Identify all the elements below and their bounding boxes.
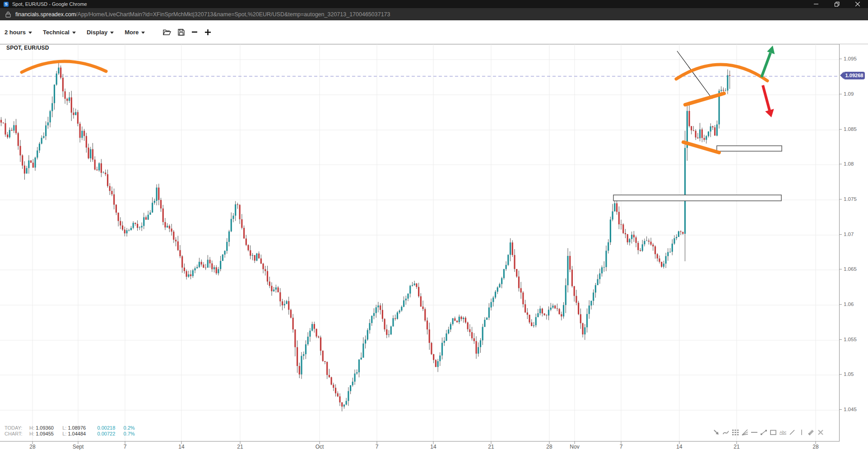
price-axis: 1.09268 1.0951.091.0851.081.0751.071.065…: [840, 44, 868, 454]
annotation-arc-right[interactable]: [676, 65, 767, 81]
candle-down: [465, 318, 466, 323]
marker-tool-icon[interactable]: [806, 428, 816, 437]
candle-up: [228, 232, 230, 242]
candle-up: [401, 307, 402, 310]
candle-down: [578, 303, 579, 314]
candle-down: [181, 256, 183, 268]
candle-down: [542, 309, 543, 314]
annotation-up-arrow[interactable]: [761, 53, 771, 77]
candle-down: [122, 226, 123, 230]
candle-down: [292, 318, 294, 329]
chart-canvas[interactable]: SPOT, EUR/USD 28Sept71421Oct7142128Nov71…: [0, 44, 840, 454]
candle-up: [348, 391, 349, 401]
chevron-down-icon: [28, 32, 32, 34]
zoom-out-icon[interactable]: [191, 29, 198, 35]
candle-down: [203, 264, 204, 268]
candle-up: [665, 256, 667, 264]
candle-up: [708, 131, 709, 136]
candle-up: [207, 260, 209, 268]
candle-up: [644, 241, 645, 245]
candle-up: [535, 317, 537, 325]
candle-up: [309, 331, 311, 337]
curve-tool-icon[interactable]: [721, 428, 730, 437]
candle-up: [484, 320, 485, 327]
annotation-down-arrow[interactable]: [763, 85, 770, 111]
timeframe-dropdown[interactable]: 2 hours: [5, 29, 32, 36]
fan-lines-tool-icon[interactable]: [740, 428, 749, 437]
current-price-badge: 1.09268: [844, 72, 865, 79]
close-tool-icon[interactable]: [816, 428, 825, 437]
address-bar[interactable]: financials.spreadex.com/App/Home/LiveCha…: [0, 8, 868, 20]
candle-down: [260, 259, 262, 264]
candle-up: [373, 313, 375, 316]
y-axis-label: 1.05: [840, 371, 854, 377]
grid-tool-icon[interactable]: [730, 428, 740, 437]
rectangle-tool-icon[interactable]: [768, 428, 778, 437]
candle-up: [603, 267, 605, 268]
candle-down: [84, 131, 85, 136]
candle-down: [456, 321, 458, 322]
candle-down: [209, 260, 210, 264]
candle-up: [199, 262, 200, 267]
zoom-in-icon[interactable]: [204, 29, 211, 36]
candlestick-chart[interactable]: [0, 44, 840, 448]
candle-down: [633, 235, 635, 237]
x-axis-label: 28: [546, 444, 552, 450]
candle-up: [214, 267, 215, 269]
candle-down: [3, 123, 4, 123]
text-abc-tool-icon[interactable]: Abc: [778, 428, 787, 437]
save-icon[interactable]: [178, 29, 185, 36]
diagonal-line-tool-icon[interactable]: [787, 428, 797, 437]
candle-up: [376, 307, 377, 313]
candle-down: [418, 287, 419, 296]
close-button[interactable]: [847, 0, 868, 8]
trend-line-tool-icon[interactable]: [759, 428, 768, 437]
candle-down: [169, 226, 170, 228]
candle-down: [324, 361, 325, 362]
candle-down: [269, 282, 270, 286]
window-titlebar: S Spot, EUR/USD - Google Chrome: [0, 0, 868, 8]
candle-up: [552, 306, 553, 307]
pointer-arrow-tool-icon[interactable]: [711, 428, 721, 437]
y-axis-label: 1.065: [840, 266, 857, 272]
candle-down: [164, 222, 166, 227]
candle-down: [329, 375, 330, 377]
url-domain: financials.spreadex.com: [15, 11, 76, 18]
candle-down: [333, 385, 334, 388]
candle-down: [420, 296, 422, 306]
restore-button[interactable]: [826, 0, 847, 8]
annotation-arc-left[interactable]: [22, 61, 106, 72]
candle-up: [226, 242, 227, 251]
annotation-rectangle-short[interactable]: [717, 146, 782, 151]
url-path: /App/Home/LiveChartMain?id=XFinSprMchMkt…: [76, 11, 390, 18]
candle-up: [503, 269, 505, 278]
candle-up: [605, 251, 607, 267]
annotation-rectangle-long[interactable]: [613, 195, 781, 201]
candle-up: [706, 136, 707, 140]
candle-down: [96, 170, 97, 171]
more-dropdown[interactable]: More: [125, 29, 145, 36]
open-folder-icon[interactable]: [163, 29, 171, 36]
annotation-orange-line-lower[interactable]: [683, 142, 719, 153]
candle-up: [720, 90, 722, 91]
candle-up: [507, 255, 509, 265]
candle-down: [282, 301, 283, 306]
candle-up: [405, 299, 407, 301]
candle-down: [433, 354, 434, 360]
candle-down: [473, 338, 475, 341]
minimize-button[interactable]: [806, 0, 826, 8]
horizontal-line-tool-icon[interactable]: [749, 428, 759, 437]
candle-up: [595, 285, 596, 292]
candle-up: [392, 318, 394, 326]
candle-down: [395, 318, 396, 319]
display-dropdown[interactable]: Display: [87, 29, 114, 36]
candle-up: [256, 254, 257, 261]
toolbar-separator: [797, 428, 806, 437]
annotation-orange-line-upper[interactable]: [685, 93, 724, 105]
candle-down: [175, 240, 176, 241]
candle-down: [77, 112, 79, 124]
candle-up: [459, 317, 460, 322]
y-axis-label: 1.09: [840, 91, 854, 97]
candle-up: [567, 256, 568, 285]
technical-dropdown[interactable]: Technical: [43, 29, 76, 36]
